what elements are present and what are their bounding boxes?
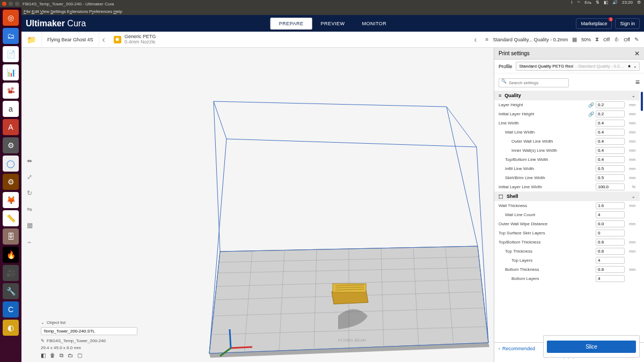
launcher-impress[interactable]: 📽 [3,83,19,99]
pencil-icon[interactable]: ✎ [634,36,639,42]
trash-icon[interactable]: 🗑 [50,352,55,359]
folder-icon[interactable]: 🗀 [68,352,73,359]
rotate-tool[interactable]: ↻ [24,187,35,199]
menu-extensions[interactable]: Extensions [67,9,88,14]
chevron-down-icon[interactable]: ⌄ [633,64,637,69]
bluetooth-icon[interactable]: ᚼ [570,0,573,5]
layer-height-input[interactable] [596,101,625,108]
profile-select[interactable]: Standard Quality PETG Red - Standard Qua… [516,62,640,71]
chevron-left-icon[interactable]: ‹ [471,35,480,45]
launcher-appimage[interactable]: ⚙ [3,174,19,190]
launcher-writer[interactable]: 📄 [3,46,19,62]
shell-header-label: Shell [507,194,518,199]
minimize-icon[interactable] [9,2,13,6]
infill-lw-input[interactable] [596,165,625,172]
launcher-misc[interactable]: 🔧 [3,283,19,299]
wm-titlebar: FBG4S_Temp_Tower_200-240 - Ultimaker Cur… [0,0,644,8]
init-layer-lw-input[interactable] [596,183,625,190]
material-selector[interactable]: ⬣ Generic PETG 0.4mm Nozzle [108,32,162,47]
menu-settings[interactable]: Settings [50,9,66,14]
close-icon[interactable]: ✕ [634,50,640,57]
link-icon[interactable]: 🔗 [588,112,594,117]
launcher-dash[interactable]: ◎ [3,10,19,26]
support-tool[interactable]: ⫠ [24,235,35,247]
tab-monitor[interactable]: MONITOR [354,18,396,29]
signin-button[interactable]: Sign in [615,18,640,29]
mirror-tool[interactable]: ⇋ [24,203,35,215]
launcher-flame[interactable]: 🔥 [3,247,19,263]
marketplace-button[interactable]: Marketplace 1 [576,18,612,29]
tb-line-width-input[interactable] [596,156,625,163]
move-tool[interactable]: ⬌ [24,155,35,167]
lang-indicator[interactable]: En₁ [584,0,591,5]
launcher-chromium[interactable]: ◯ [3,156,19,172]
menu-edit[interactable]: Edit [32,9,39,14]
slice-button[interactable]: Slice [547,341,636,353]
launcher-amazon[interactable]: a [3,101,19,117]
search-input[interactable] [499,78,569,87]
top-layers-input[interactable] [596,257,625,264]
section-shell[interactable]: ⬚ Shell ⌄ [494,191,640,201]
3d-viewport[interactable]: FLYING BEAR ⌄ Object list ✎ FBG4S_Temp_T… [38,48,494,362]
link-icon[interactable]: 🔗 [588,102,594,108]
inner-wall-lw-input[interactable] [596,147,625,154]
star-icon[interactable]: ★ [627,64,631,69]
box-icon[interactable]: ▢ [77,352,82,359]
tab-preview[interactable]: PREVIEW [312,18,354,29]
wall-line-width-input[interactable] [596,129,625,136]
maximize-icon[interactable] [15,2,19,6]
top-skin-input[interactable] [596,230,625,237]
updates-icon[interactable]: ⇅ [596,0,599,5]
launcher-settings[interactable]: ⚙ [3,137,19,153]
scrollbar-thumb[interactable] [641,92,643,111]
menu-view[interactable]: View [40,9,49,14]
scale-tool[interactable]: ⤢ [24,171,35,183]
launcher-disk[interactable]: ◐ [3,320,19,336]
close-icon[interactable] [2,2,6,6]
shell-icon: ⬚ [499,194,503,199]
open-file-button[interactable]: 📁 [21,32,42,47]
launcher-obs[interactable]: 🎥 [3,265,19,281]
print-summary[interactable]: ≡ Standard Quality... Quality - 0.2mm ▦ … [480,36,644,43]
slice-footer: Slice [543,335,640,358]
outer-wall-lw-input[interactable] [596,138,625,145]
gear-icon[interactable]: ⚙ [637,0,641,5]
launcher-calc[interactable]: 📊 [3,64,19,80]
launcher-firefox[interactable]: 🦊 [3,192,19,208]
launcher-cura[interactable]: C [3,301,19,317]
top-thickness-input[interactable] [596,248,625,255]
mesh-tool[interactable]: ▦ [24,219,35,231]
battery-icon[interactable]: ▮▯ [604,0,608,5]
chevron-down-icon[interactable]: ⌄ [41,320,45,325]
printer-selector[interactable]: Flying Bear Ghost 4S [42,32,99,47]
object-name-input[interactable] [41,327,137,335]
launcher-ruler[interactable]: 📏 [3,210,19,226]
tb-thickness-input[interactable] [596,239,625,246]
outer-wipe-input[interactable] [596,220,625,227]
init-layer-height-input[interactable] [596,110,625,117]
svg-text:FLYING BEAR: FLYING BEAR [338,338,367,343]
menu-file[interactable]: File [24,9,31,14]
launcher-archive[interactable]: 🗄 [3,228,19,245]
cube-icon[interactable]: ◧ [41,352,46,359]
tab-prepare[interactable]: PREPARE [270,18,312,29]
launcher-software[interactable]: A [3,119,19,135]
wifi-icon[interactable]: ⌔ [577,0,580,5]
bottom-layers-input[interactable] [596,275,625,282]
hamburger-icon[interactable]: ≡ [635,78,640,86]
line-width-input[interactable] [596,120,625,127]
pencil-icon[interactable]: ✎ [41,338,45,343]
menu-preferences[interactable]: Preferences [89,9,112,14]
launcher-files[interactable]: 🗂 [3,28,19,44]
volume-icon[interactable]: 🔊 [612,0,618,5]
wm-window-buttons[interactable] [2,2,19,6]
bottom-thickness-input[interactable] [596,266,625,273]
clock[interactable]: 23:20 [622,0,633,5]
menu-help[interactable]: Help [113,9,122,14]
wall-thickness-input[interactable] [596,202,625,209]
wall-line-count-input[interactable] [596,211,625,218]
skirt-lw-input[interactable] [596,174,625,181]
chevron-left-icon[interactable]: ‹ [99,35,108,45]
copy-icon[interactable]: ⧉ [60,352,63,359]
section-quality[interactable]: ≡ Quality ⌄ [494,91,640,100]
